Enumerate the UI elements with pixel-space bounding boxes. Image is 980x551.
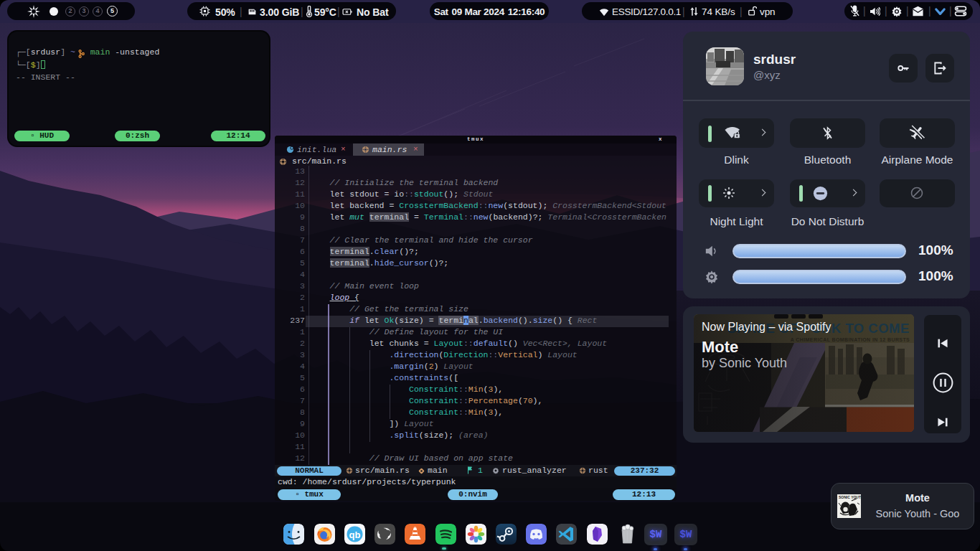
svg-text:qb: qb bbox=[349, 529, 360, 540]
svg-text:SONIC YOUTH: SONIC YOUTH bbox=[839, 495, 861, 499]
